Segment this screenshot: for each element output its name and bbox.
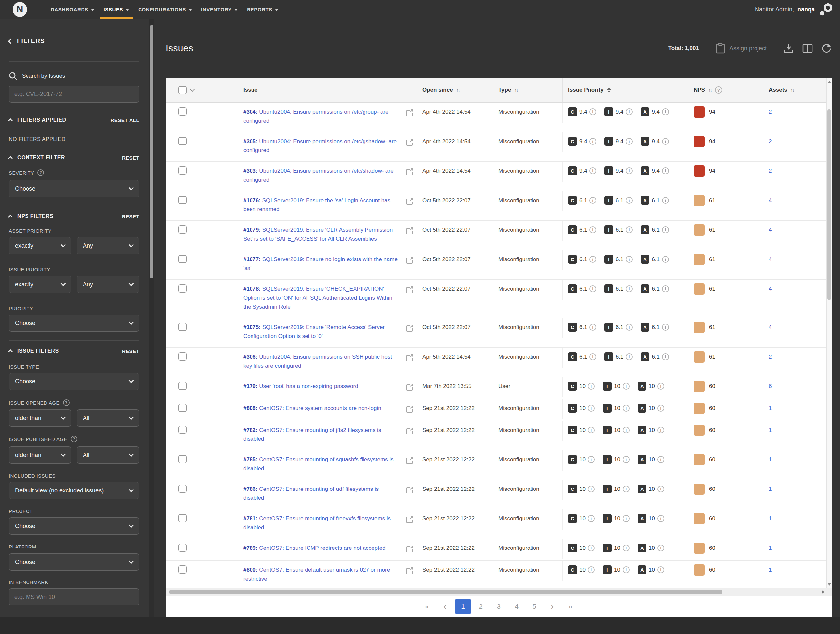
issue-link[interactable]: #781: CentOS7: Ensure mounting of freevx… <box>243 515 391 531</box>
severity-select[interactable]: Choose <box>9 180 139 197</box>
first-page-button[interactable] <box>420 599 435 614</box>
info-icon[interactable] <box>625 353 633 360</box>
issue-link[interactable]: #179: User 'root' has a non-expiring pas… <box>243 383 358 389</box>
info-icon[interactable] <box>588 566 595 573</box>
row-checkbox[interactable] <box>178 323 186 331</box>
info-icon[interactable] <box>662 324 669 331</box>
platform-select[interactable]: Choose <box>9 553 139 571</box>
collapse-icon[interactable] <box>8 156 13 161</box>
row-checkbox[interactable] <box>178 137 186 145</box>
assets-link[interactable]: 2 <box>769 138 772 144</box>
help-icon[interactable] <box>71 436 77 443</box>
info-icon[interactable] <box>589 285 597 292</box>
assets-link[interactable]: 1 <box>769 567 772 573</box>
nps-help-icon[interactable] <box>715 87 722 94</box>
assets-link[interactable]: 4 <box>769 227 772 233</box>
info-icon[interactable] <box>623 515 630 522</box>
external-link-icon[interactable] <box>402 225 417 243</box>
info-icon[interactable] <box>657 566 665 573</box>
export-download-button[interactable] <box>783 43 794 54</box>
user-menu[interactable]: Nanitor Admin, nanqa <box>755 0 834 19</box>
assets-link[interactable]: 6 <box>769 383 772 389</box>
prev-page-button[interactable] <box>437 599 453 614</box>
external-link-icon[interactable] <box>402 455 417 473</box>
external-link-icon[interactable] <box>402 382 417 391</box>
info-icon[interactable] <box>662 353 669 360</box>
next-page-button[interactable] <box>545 599 560 614</box>
external-link-icon[interactable] <box>402 352 417 370</box>
row-checkbox[interactable] <box>178 485 186 493</box>
opened-age-op-select[interactable]: older than <box>9 409 71 427</box>
included-issues-select[interactable]: Default view (no excluded issues) <box>9 482 139 499</box>
assets-link[interactable]: 1 <box>769 427 772 433</box>
benchmark-input[interactable] <box>9 588 139 606</box>
info-icon[interactable] <box>588 515 595 522</box>
issue-link[interactable]: #303: Ubuntu2004: Ensure permissions on … <box>243 168 394 183</box>
info-icon[interactable] <box>623 383 630 390</box>
info-icon[interactable] <box>625 256 633 263</box>
issue-type-select[interactable]: Choose <box>9 373 139 390</box>
issue-link[interactable]: #304: Ubuntu2004: Ensure permissions on … <box>243 109 389 124</box>
help-icon[interactable] <box>38 169 44 176</box>
priority-select[interactable]: Choose <box>9 315 139 332</box>
assets-link[interactable]: 1 <box>769 456 772 463</box>
sidebar-scrollbar-thumb[interactable] <box>150 25 153 278</box>
assets-link[interactable]: 1 <box>769 486 772 492</box>
sort-icon[interactable] <box>607 88 611 93</box>
col-open-since[interactable]: Open since <box>423 87 453 93</box>
info-icon[interactable] <box>589 108 597 115</box>
external-link-icon[interactable] <box>402 514 417 532</box>
info-icon[interactable] <box>662 226 669 233</box>
info-icon[interactable] <box>589 138 597 145</box>
filters-collapse-button[interactable]: FILTERS <box>9 38 139 45</box>
external-link-icon[interactable] <box>402 565 417 583</box>
refresh-button[interactable] <box>821 43 832 54</box>
issue-link[interactable]: #800: CentOS7: Ensure default user umask… <box>243 567 390 582</box>
brand-logo[interactable]: N <box>13 2 27 17</box>
info-icon[interactable] <box>588 456 595 463</box>
info-icon[interactable] <box>589 324 597 331</box>
issue-link[interactable]: #1078: SQLServer2019: Ensure 'CHECK_EXPI… <box>243 286 392 310</box>
row-checkbox[interactable] <box>178 166 186 175</box>
sort-icon[interactable] <box>456 87 459 93</box>
info-icon[interactable] <box>625 324 633 331</box>
sort-icon[interactable] <box>514 87 518 93</box>
info-icon[interactable] <box>625 226 633 233</box>
reset-all-button[interactable]: RESET ALL <box>111 117 139 123</box>
last-page-button[interactable] <box>563 599 578 614</box>
info-icon[interactable] <box>623 405 630 412</box>
nav-item-issues[interactable]: ISSUES <box>99 0 134 19</box>
assets-link[interactable]: 2 <box>769 354 772 360</box>
issue-filters-reset-button[interactable]: RESET <box>122 348 139 354</box>
info-icon[interactable] <box>625 108 633 115</box>
external-link-icon[interactable] <box>402 255 417 273</box>
external-link-icon[interactable] <box>402 485 417 503</box>
issue-link[interactable]: #1075: SQLServer2019: Ensure 'Remote Acc… <box>243 324 385 339</box>
info-icon[interactable] <box>589 197 597 204</box>
info-icon[interactable] <box>662 168 669 174</box>
nav-item-dashboards[interactable]: DASHBOARDS <box>46 0 99 19</box>
info-icon[interactable] <box>662 256 669 263</box>
assets-link[interactable]: 4 <box>769 286 772 292</box>
external-link-icon[interactable] <box>402 404 417 413</box>
assets-link[interactable]: 1 <box>769 515 772 522</box>
col-nps[interactable]: NPS <box>693 87 705 93</box>
collapse-icon[interactable] <box>8 215 13 220</box>
info-icon[interactable] <box>657 405 665 412</box>
issue-link[interactable]: #782: CentOS7: Ensure mounting of jffs2 … <box>243 427 381 442</box>
assets-link[interactable]: 1 <box>769 545 772 551</box>
opened-age-value-select[interactable]: All <box>77 409 139 427</box>
horizontal-scrollbar-thumb[interactable] <box>169 590 722 594</box>
row-checkbox[interactable] <box>178 352 186 360</box>
info-icon[interactable] <box>662 138 669 145</box>
published-age-op-select[interactable]: older than <box>9 446 71 464</box>
asset-priority-op-select[interactable]: exactly <box>9 237 71 254</box>
col-type[interactable]: Type <box>498 87 511 93</box>
info-icon[interactable] <box>589 226 597 233</box>
row-checkbox[interactable] <box>178 425 186 434</box>
issue-priority-value-select[interactable]: Any <box>77 276 139 293</box>
page-button-4[interactable]: 4 <box>509 599 524 614</box>
assets-link[interactable]: 2 <box>769 109 772 115</box>
issue-link[interactable]: #305: Ubuntu2004: Ensure permissions on … <box>243 138 396 153</box>
columns-toggle-button[interactable] <box>802 43 813 53</box>
